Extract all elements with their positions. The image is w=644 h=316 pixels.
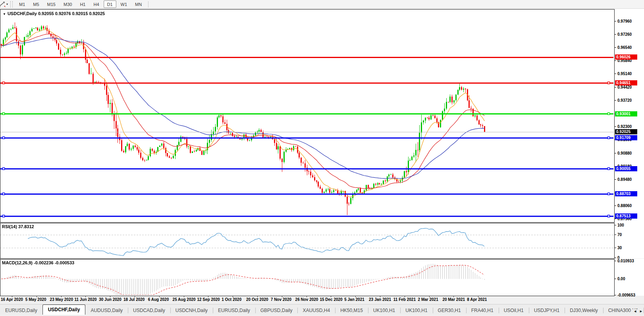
date-tick-mark [135,296,135,297]
timeframe-button-m15[interactable]: M15 [44,0,59,8]
date-tick-mark [282,296,282,297]
date-tick-label: 20 Oct 2020 [246,297,268,302]
date-tick-mark [61,296,62,297]
collapse-triangle-icon[interactable]: ▼ [3,12,6,16]
rsi-indicator-panel[interactable]: RSI(14) 37.8312 [0,223,615,259]
price-tick-label: 0.93720 [615,98,632,103]
price-tick-label: 0.92300 [615,124,632,129]
macd-tick-label: -0.009653 [615,293,635,297]
time-axis[interactable]: 16 Apr 20205 May 202023 May 202011 Jun 2… [0,296,615,303]
date-tick-mark [159,296,160,297]
chart-tab-dj30-weekly[interactable]: DJ30,Weekly [565,306,603,315]
date-tick-label: 12 Sep 2020 [197,297,220,302]
date-tick-mark [331,296,331,297]
price-tick-label: 0.88060 [615,204,632,208]
date-tick-label: 5 Jan 2021 [344,297,364,302]
date-tick-label: 1 Oct 2020 [222,297,241,302]
macd-tick-label: 0.00 [615,277,625,281]
macd-indicator-panel[interactable]: MACD(12,26,9) -0.002236 -0.000533 [0,259,615,296]
timeframe-toolbar: ▾ M1M5M15M30H1H4D1W1MN [0,0,644,9]
date-tick-label: 7 Nov 2020 [271,297,291,302]
candlestick-chart-canvas[interactable] [0,10,613,221]
chart-tab-gbpusd-daily[interactable]: GBPUSD,Daily [255,306,298,315]
chart-tab-ger30-h1[interactable]: GER30,H1 [433,306,466,315]
date-tick-mark [478,296,478,297]
rsi-canvas[interactable] [0,223,613,258]
chart-tab-usdcnh-daily[interactable]: USDCNH,Daily [170,306,213,315]
level-price-label: 0.88703 [615,191,637,196]
current-price-label: 0.92025 [615,129,637,134]
date-tick-mark [85,296,86,297]
trendline-tool-icon[interactable] [0,1,6,8]
price-tick-label: 0.90880 [615,151,632,156]
timeframe-button-m1[interactable]: M1 [15,0,29,8]
level-price-label: 0.94651 [615,80,637,85]
price-tick-label: 0.97260 [615,32,632,37]
timeframe-button-m30[interactable]: M30 [60,0,75,8]
tool-dropdown-arrow-icon[interactable]: ▾ [6,2,8,6]
trading-terminal: ▾ M1M5M15M30H1H4D1W1MN ▼USDCHF,Daily 0.9… [0,0,644,316]
macd-label: MACD(12,26,9) -0.002236 -0.000533 [2,260,74,265]
rsi-tick-label: 100 [615,223,624,227]
chart-tab-usdjpy-h1[interactable]: USDJPY,H1 [529,306,565,315]
price-tick-label: 0.95140 [615,72,632,76]
price-axis[interactable]: 0.979600.972600.965400.958400.951400.944… [615,9,644,223]
macd-tick-label: 0.010933 [615,258,634,263]
rsi-tick-label: 70 [615,233,622,237]
date-tick-label: 23 May 2020 [50,297,73,302]
chart-tab-eurusd-daily[interactable]: EURUSD,Daily [0,306,42,315]
macd-axis[interactable]: 0.0109330.00-0.009653 [615,259,644,296]
date-tick-mark [233,296,233,297]
date-tick-label: 15 Dec 2020 [320,297,342,302]
rsi-label: RSI(14) 37.8312 [2,224,34,229]
rsi-tick-label: 30 [615,245,622,250]
date-tick-mark [380,296,380,297]
date-tick-label: 8 Apr 2021 [467,297,487,302]
chart-tab-uk100-h1[interactable]: UK100,H1 [368,306,400,315]
macd-canvas[interactable] [0,260,613,295]
timeframe-button-h1[interactable]: H1 [76,0,89,8]
timeframe-button-w1[interactable]: W1 [117,0,131,8]
chart-tab-usdchf-daily[interactable]: USDCHF,Daily [42,304,86,315]
chart-tabs-bar: EURUSD,DailyUSDCHF,DailyAUDUSD,DailyUSDC… [0,304,644,315]
date-tick-label: 26 Nov 2020 [295,297,318,302]
chart-tab-audusd-daily[interactable]: AUDUSD,Daily [85,306,128,315]
date-tick-mark [257,296,258,297]
price-tick-label: 0.97960 [615,19,632,23]
date-tick-label: 2 Mar 2021 [418,297,438,302]
date-tick-mark [184,296,184,297]
toolbar-drag-grip[interactable] [10,1,13,8]
chart-title: ▼USDCHF,Daily 0.92055 0.92076 0.92015 0.… [3,11,105,16]
price-chart-panel[interactable]: ▼USDCHF,Daily 0.92055 0.92076 0.92015 0.… [0,9,615,223]
level-price-label: 0.91709 [615,135,637,140]
timeframe-button-d1[interactable]: D1 [104,0,116,8]
date-tick-label: 16 Apr 2020 [1,297,23,302]
price-tick-label: 0.96540 [615,45,632,50]
level-price-label: 0.87513 [615,213,637,219]
date-tick-mark [307,296,307,297]
date-tick-label: 20 Mar 2021 [442,297,465,302]
date-tick-mark [37,296,37,297]
date-tick-label: 18 Jul 2020 [123,297,145,302]
date-tick-mark [453,296,454,297]
chart-tab-fra40-h1[interactable]: FRA40,H1 [466,306,499,315]
date-tick-mark [355,296,356,297]
toolbar-separator [148,1,148,8]
tab-scroll-right-icon[interactable]: ► [639,309,643,313]
date-tick-label: 11 Jun 2020 [74,297,96,302]
date-tick-label: 6 Aug 2020 [148,297,169,302]
chart-tab-uk100-h1[interactable]: UK100,H1 [400,306,432,315]
tab-scroll-left-icon[interactable]: ◄ [633,309,637,313]
date-tick-mark [12,296,12,297]
chart-tab-usoil-h1[interactable]: USOil,H1 [499,306,529,315]
date-tick-label: 30 Jun 2020 [99,297,121,302]
chart-tab-eurusd-daily[interactable]: EURUSD,Daily [213,306,255,315]
chart-tab-usdcad-daily[interactable]: USDCAD,Daily [128,306,170,315]
timeframe-button-h4[interactable]: H4 [90,0,102,8]
timeframe-button-mn[interactable]: MN [131,0,145,8]
rsi-axis[interactable]: 10070300 [615,223,644,258]
chart-tab-xauusd-h4[interactable]: XAUUSD,H4 [297,306,335,315]
price-tick-label: 0.94420 [615,85,632,89]
timeframe-button-m5[interactable]: M5 [29,0,42,8]
chart-tab-hk50-m15[interactable]: HK50,M15 [335,306,368,315]
